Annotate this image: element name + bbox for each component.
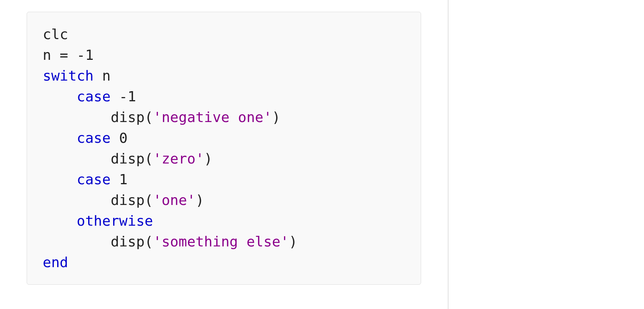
- code-keyword: end: [43, 254, 68, 270]
- code-line-12: end: [43, 252, 405, 273]
- code-line-1: clc: [43, 24, 405, 45]
- code-line-4: case -1: [43, 86, 405, 107]
- code-indent: [43, 130, 77, 146]
- code-indent: [43, 213, 77, 229]
- code-text: ): [289, 234, 298, 250]
- code-text: clc: [43, 26, 68, 42]
- code-keyword: case: [77, 171, 111, 187]
- code-string: 'something else': [153, 234, 289, 250]
- code-string: 'zero': [153, 151, 204, 167]
- code-line-9: disp('one'): [43, 190, 405, 210]
- code-text: disp(: [43, 109, 153, 125]
- code-line-11: disp('something else'): [43, 231, 405, 252]
- code-text: n = -: [43, 47, 85, 63]
- code-keyword: switch: [43, 68, 94, 84]
- code-line-2: n = -1: [43, 45, 405, 65]
- code-text: disp(: [43, 234, 153, 250]
- code-text: 1: [110, 171, 127, 187]
- code-string: 'negative one': [153, 109, 272, 125]
- code-text: 1: [85, 47, 94, 63]
- code-line-8: case 1: [43, 169, 405, 190]
- code-text: disp(: [43, 151, 153, 167]
- code-text: ): [204, 151, 213, 167]
- sidebar-area: [449, 0, 644, 309]
- code-text: ): [272, 109, 280, 125]
- code-keyword: otherwise: [77, 213, 153, 229]
- code-text: ): [195, 192, 204, 208]
- code-text: -1: [110, 88, 136, 104]
- code-string: 'one': [153, 192, 195, 208]
- code-line-3: switch n: [43, 65, 405, 86]
- code-line-5: disp('negative one'): [43, 107, 405, 128]
- code-block: clc n = -1 switch n case -1 disp('negati…: [27, 12, 421, 285]
- code-text: n: [94, 68, 110, 84]
- code-keyword: case: [77, 130, 111, 146]
- code-keyword: case: [77, 88, 111, 104]
- code-indent: [43, 171, 77, 187]
- code-line-7: disp('zero'): [43, 148, 405, 169]
- main-container: clc n = -1 switch n case -1 disp('negati…: [0, 0, 644, 309]
- code-text: disp(: [43, 192, 153, 208]
- content-area: clc n = -1 switch n case -1 disp('negati…: [0, 0, 449, 309]
- code-text: 0: [110, 130, 127, 146]
- code-line-6: case 0: [43, 128, 405, 148]
- code-line-10: otherwise: [43, 210, 405, 231]
- code-indent: [43, 88, 77, 104]
